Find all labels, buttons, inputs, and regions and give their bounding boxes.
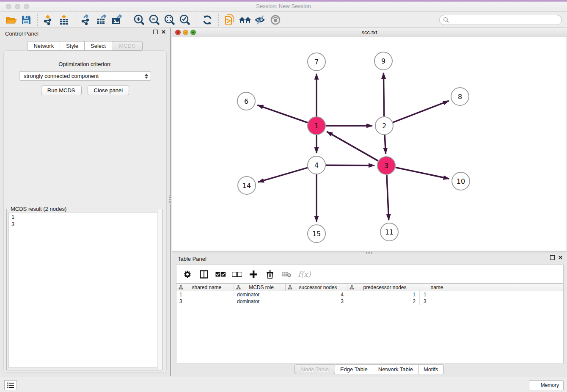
cell-mcds-role: dominator	[234, 292, 286, 298]
criterion-dropdown[interactable]: strongly connected component	[19, 71, 151, 81]
function-builder-button[interactable]: f(x)	[298, 269, 311, 280]
export-network-button[interactable]	[79, 13, 94, 27]
table-panel: Table Panel ✕	[172, 254, 567, 376]
deselect-all-button[interactable]	[232, 269, 242, 280]
save-session-button[interactable]	[19, 13, 34, 27]
close-table-panel-icon[interactable]: ✕	[558, 255, 563, 260]
column-header-name[interactable]: name	[419, 284, 456, 291]
window-accent-strip	[0, 0, 567, 2]
export-table-button[interactable]	[94, 13, 109, 27]
zoom-in-button[interactable]	[132, 13, 147, 27]
home-button[interactable]	[237, 13, 253, 27]
toolbar-separator	[37, 14, 38, 26]
optimization-criterion-label: Optimization criterion:	[4, 61, 166, 67]
edge-3-11[interactable]	[387, 175, 389, 220]
home-icon	[238, 15, 252, 25]
network-close-button[interactable]: ✕	[175, 30, 181, 35]
tab-style[interactable]: Style	[60, 41, 85, 51]
import-table-button[interactable]	[56, 13, 72, 27]
node-label-9: 9	[381, 57, 385, 65]
mcds-result-group: MCDS result (2 nodes) 1 3	[6, 209, 162, 370]
delete-table-icon	[281, 271, 292, 278]
tab-select[interactable]: Select	[84, 41, 112, 51]
search-input[interactable]	[449, 17, 561, 23]
edge-4-3[interactable]	[326, 165, 374, 166]
edge-3-10[interactable]	[396, 168, 449, 179]
tab-network[interactable]: Network	[27, 41, 60, 51]
refresh-icon	[202, 14, 213, 25]
node-label-11: 11	[385, 228, 394, 236]
network-from-document-button[interactable]	[222, 13, 237, 27]
delete-row-button[interactable]	[265, 269, 275, 280]
open-session-button[interactable]	[3, 13, 19, 27]
result-scrollbar[interactable]	[157, 209, 162, 370]
toolbar-separator	[218, 14, 219, 26]
panel-splitter-handle[interactable]	[169, 196, 171, 204]
column-header-shared-name[interactable]: shared name	[176, 284, 234, 291]
table-options-button[interactable]	[182, 269, 193, 280]
close-panel-button[interactable]: Close panel	[88, 86, 129, 95]
mcds-result-text[interactable]: 1 3	[8, 212, 160, 368]
memory-button[interactable]: Memory	[529, 380, 564, 390]
edge-1-6[interactable]	[257, 105, 308, 123]
add-row-button[interactable]	[248, 269, 259, 280]
table-panel-title: Table Panel	[178, 256, 206, 262]
task-history-button[interactable]	[4, 380, 17, 390]
network-minimize-button[interactable]: −	[183, 30, 188, 35]
network-graph[interactable]: 1234678910111415	[172, 37, 566, 251]
cell-mcds-role: dominator	[234, 298, 286, 304]
zoom-selected-button[interactable]	[177, 13, 193, 27]
search-field[interactable]	[439, 15, 562, 25]
column-header-successor-nodes[interactable]: successor nodes	[286, 284, 347, 291]
tab-node-table[interactable]: Node Table	[295, 364, 335, 374]
plus-icon	[249, 270, 258, 279]
show-graphics-details-button[interactable]	[268, 13, 283, 27]
network-window-titlebar[interactable]: ✕ − + scc.txt	[172, 28, 567, 37]
edge-2-8[interactable]	[393, 101, 449, 122]
edge-2-9[interactable]	[383, 73, 384, 116]
table-row[interactable]: 3 dominator 3 2 3	[176, 298, 563, 305]
table-tabs: Node Table Edge Table Network Table Moti…	[172, 364, 567, 375]
node-label-6: 6	[244, 97, 248, 105]
node-label-2: 2	[382, 122, 386, 130]
search-icon	[443, 17, 449, 23]
node-label-3: 3	[384, 162, 388, 170]
edge-4-14[interactable]	[258, 168, 308, 182]
cell-successor-nodes: 4	[286, 292, 347, 298]
toolbar-separator	[128, 14, 128, 26]
toolbar-separator	[196, 14, 196, 26]
column-header-mcds-role[interactable]: MCDS role	[234, 284, 286, 291]
show-columns-button[interactable]	[199, 269, 209, 280]
table-panel-header: Table Panel ✕	[172, 254, 567, 264]
network-maximize-button[interactable]: +	[190, 30, 196, 35]
edge-3-1[interactable]	[327, 132, 378, 161]
hide-graphics-details-button[interactable]	[253, 13, 268, 27]
export-image-button[interactable]	[109, 13, 124, 27]
gear-icon	[183, 270, 192, 279]
float-table-panel-icon[interactable]	[550, 255, 555, 260]
zoom-fit-button[interactable]	[162, 13, 177, 27]
import-network-button[interactable]	[41, 13, 56, 27]
tab-motifs[interactable]: Motifs	[418, 364, 444, 374]
select-all-button[interactable]	[215, 269, 226, 280]
zoom-out-icon	[149, 14, 160, 26]
run-mcds-button[interactable]: Run MCDS	[41, 86, 82, 95]
close-panel-icon[interactable]: ✕	[161, 30, 166, 34]
tab-edge-table[interactable]: Edge Table	[335, 364, 373, 374]
edge-2-3[interactable]	[385, 135, 385, 154]
refresh-network-button[interactable]	[200, 13, 215, 27]
tab-network-table[interactable]: Network Table	[373, 364, 418, 374]
table-row[interactable]: 1 dominator 4 1 1	[176, 291, 563, 298]
delete-table-button[interactable]	[281, 269, 292, 280]
columns-icon	[200, 270, 208, 279]
network-canvas[interactable]: 1234678910111415	[172, 37, 566, 251]
column-header-predecessor-nodes[interactable]: predecessor nodes	[347, 284, 419, 291]
float-panel-icon[interactable]	[153, 30, 158, 34]
toolbar-separator	[75, 14, 75, 26]
import-table-icon	[58, 14, 69, 25]
cell-shared-name: 1	[176, 292, 234, 298]
mcds-result-title: MCDS result (2 nodes)	[9, 206, 68, 212]
tab-mcds[interactable]: MCDS	[112, 41, 142, 51]
network-window: ✕ − + scc.txt 1234678910111415	[172, 28, 567, 251]
zoom-out-button[interactable]	[147, 13, 162, 27]
